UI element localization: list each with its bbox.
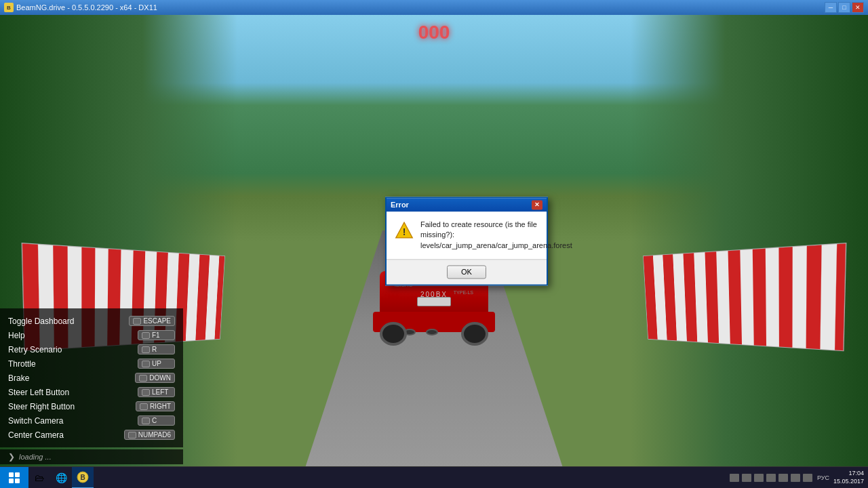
svg-text:!: ! [403, 226, 406, 237]
game-viewport: IBISHU TYPE-LS 200BX 000 Toggle Dashboar… [0, 15, 868, 468]
file-explorer-icon[interactable]: 🗁 [28, 467, 50, 489]
keybind-brake: Brake DOWN [0, 371, 183, 385]
keybind-throttle: Throttle UP [0, 357, 183, 371]
keyboard-icon [139, 375, 147, 382]
win-square-3 [9, 479, 14, 483]
keyboard-icon [142, 361, 150, 367]
keybind-key-switch-camera: C [138, 415, 175, 426]
sys-tray-icon-5 [778, 474, 788, 482]
windows-logo-icon [9, 472, 20, 483]
keybind-key-throttle: UP [138, 359, 175, 369]
keybind-key-steer-right: RIGHT [136, 401, 175, 411]
taskbar: 🗁 🌐 B РУС 17:04 15.05.2017 [0, 466, 868, 488]
win-square-1 [9, 472, 14, 477]
taskbar-right-area: РУС 17:04 15.05.2017 [729, 470, 868, 485]
keybind-key-brake: DOWN [135, 373, 175, 383]
sys-tray-icon-6 [791, 474, 800, 482]
keybind-key-steer-left: LEFT [138, 387, 175, 397]
car-plate [417, 297, 451, 306]
keyboard-icon [142, 332, 150, 339]
car-type-label: TYPE-LS [454, 290, 473, 295]
win-square-2 [15, 472, 20, 477]
warning-icon: ! [395, 221, 414, 240]
titlebar: B BeamNG.drive - 0.5.5.0.2290 - x64 - DX… [0, 0, 868, 15]
loading-status-text: loading ... [19, 453, 52, 461]
vegetation-right [631, 15, 868, 468]
taskbar-date-text: 15.05.2017 [833, 478, 864, 486]
keybind-key-toggle-dashboard: ESCAPE [129, 316, 175, 326]
keybind-toggle-dashboard: Toggle Dashboard ESCAPE [0, 314, 183, 328]
keybind-help: Help F1 [0, 328, 183, 342]
barrier-right [643, 243, 846, 351]
dialog-message-text: Failed to create resource (is the file m… [420, 220, 572, 251]
car-exhaust-right [426, 329, 438, 336]
keybind-label-throttle: Throttle [8, 359, 138, 369]
dialog-ok-button[interactable]: OK [447, 266, 486, 279]
loading-bar: ❯ loading ... [0, 449, 183, 464]
sys-tray-icon-7 [803, 474, 812, 482]
titlebar-controls: ─ □ ✕ [825, 2, 864, 13]
car-wheel-right [461, 322, 488, 346]
keyboard-icon [133, 318, 141, 325]
car-wheel-left [380, 322, 407, 346]
win-square-4 [15, 479, 20, 483]
keybind-label-steer-left: Steer Left Button [8, 388, 138, 397]
keyboard-icon [142, 346, 150, 353]
error-dialog: Error ✕ ! Failed to create resource (is … [385, 197, 548, 285]
start-button[interactable] [0, 467, 28, 489]
taskbar-time-text: 17:04 [833, 470, 864, 478]
keybind-retry-scenario: Retry Scenario R [0, 342, 183, 357]
browser-icon[interactable]: 🌐 [50, 467, 72, 489]
dialog-footer: OK [387, 260, 547, 285]
dialog-body: ! Failed to create resource (is the file… [387, 211, 547, 259]
keybind-label-retry-scenario: Retry Scenario [8, 345, 138, 354]
beamng-logo-icon: B [77, 471, 89, 483]
keybind-label-help: Help [8, 331, 138, 340]
sys-tray-icon-2 [742, 474, 751, 482]
keybind-steer-left: Steer Left Button LEFT [0, 385, 183, 399]
sys-tray-icon-1 [730, 474, 739, 482]
app-icon: B [4, 3, 14, 12]
dialog-title: Error [391, 201, 409, 209]
maximize-button[interactable]: □ [838, 2, 850, 13]
taskbar-language-label: РУС [817, 474, 829, 481]
svg-text:B: B [80, 474, 85, 481]
hud-overlay-text: 000 [418, 22, 450, 43]
keybindings-panel: Toggle Dashboard ESCAPE Help F1 Retry Sc… [0, 308, 183, 447]
keybind-label-steer-right: Steer Right Button [8, 402, 136, 411]
dialog-close-button[interactable]: ✕ [532, 200, 542, 209]
close-button[interactable]: ✕ [852, 2, 864, 13]
keybind-center-camera: Center Camera NUMPAD6 [0, 428, 183, 442]
dialog-titlebar: Error ✕ [387, 198, 547, 211]
keybind-switch-camera: Switch Camera C [0, 413, 183, 428]
loading-arrow-icon: ❯ [8, 452, 15, 462]
keybind-label-toggle-dashboard: Toggle Dashboard [8, 317, 129, 326]
minimize-button[interactable]: ─ [825, 2, 837, 13]
keyboard-icon [142, 418, 150, 424]
keybind-label-brake: Brake [8, 373, 135, 383]
keybind-label-switch-camera: Switch Camera [8, 416, 138, 426]
titlebar-left: B BeamNG.drive - 0.5.5.0.2290 - x64 - DX… [4, 3, 157, 12]
keybind-key-retry-scenario: R [138, 344, 175, 354]
window-title: BeamNG.drive - 0.5.5.0.2290 - x64 - DX11 [16, 3, 157, 12]
beamng-taskbar-icon[interactable]: B [72, 467, 94, 489]
keybind-key-help: F1 [138, 330, 175, 340]
keyboard-icon [128, 432, 136, 439]
keyboard-icon [140, 403, 148, 410]
sys-tray-icon-3 [754, 474, 764, 482]
sys-tray-icon-4 [766, 474, 776, 482]
keybind-key-center-camera: NUMPAD6 [124, 430, 175, 440]
taskbar-clock: 17:04 15.05.2017 [833, 470, 864, 485]
keybind-steer-right: Steer Right Button RIGHT [0, 399, 183, 413]
keybind-label-center-camera: Center Camera [8, 430, 124, 440]
keyboard-icon [142, 389, 150, 396]
